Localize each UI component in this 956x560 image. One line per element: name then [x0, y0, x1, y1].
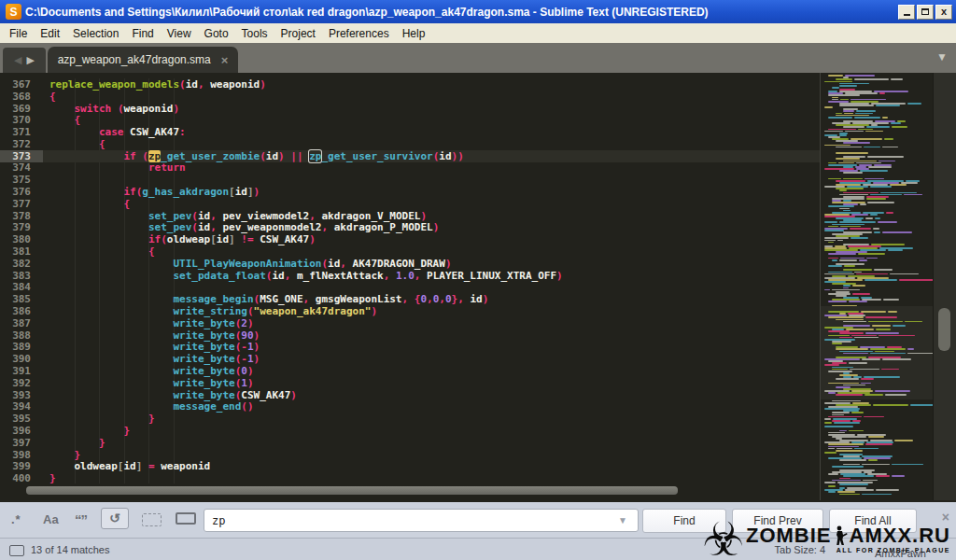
menu-item-edit[interactable]: Edit [34, 25, 66, 42]
code-text: } [43, 413, 155, 425]
code-line[interactable]: 390 write_byte(-1) [0, 353, 820, 365]
code-line[interactable]: 395 } [0, 413, 820, 425]
line-number: 381 [0, 245, 43, 258]
code-text: } [43, 472, 56, 484]
close-icon: x [941, 7, 947, 17]
find-input[interactable] [204, 509, 639, 532]
case-sensitive-toggle[interactable]: Aa [43, 512, 59, 526]
line-number: 393 [0, 389, 43, 401]
tab-close-icon[interactable]: × [221, 54, 229, 66]
restore-button[interactable] [917, 5, 934, 20]
tab-scroll-left-icon[interactable]: ◀ [14, 55, 21, 65]
code-line[interactable]: 369 switch (weaponid) [0, 103, 820, 115]
code-text: write_string("weapon_ak47dragon") [43, 305, 377, 317]
line-number: 376 [0, 186, 43, 198]
code-line[interactable]: 382 UTIL_PlayWeaponAnimation(id, AK47DRA… [0, 258, 820, 270]
in-selection-toggle[interactable] [142, 513, 162, 526]
highlight-matches-toggle[interactable] [176, 512, 196, 525]
menu-item-find[interactable]: Find [125, 25, 160, 42]
line-number: 399 [0, 460, 43, 472]
code-text: write_byte(90) [43, 329, 260, 342]
tab-overflow-icon[interactable]: ▼ [936, 51, 948, 63]
sublime-app-icon: S [6, 4, 21, 20]
code-text: if(oldweap[id] != CSW_AK47) [43, 233, 316, 245]
find-button[interactable]: Find [642, 509, 726, 533]
wrap-toggle[interactable]: ↺ [101, 508, 129, 529]
code-text: set_pev(id, pev_viewmodel2, akdragon_V_M… [43, 210, 427, 222]
line-number: 400 [0, 472, 43, 484]
code-line[interactable]: 387 write_byte(2) [0, 317, 820, 329]
line-number: 394 [0, 400, 43, 413]
horizontal-scrollbar[interactable] [0, 486, 683, 496]
code-line[interactable]: 386 write_string("weapon_ak47dragon") [0, 305, 820, 317]
code-line[interactable]: 373 if (zp_get_user_zombie(id) || zp_get… [0, 150, 820, 162]
find-prev-button[interactable]: Find Prev [732, 509, 823, 533]
code-text: { [43, 245, 155, 258]
menu-item-help[interactable]: Help [396, 25, 432, 42]
code-line[interactable]: 378 set_pev(id, pev_viewmodel2, akdragon… [0, 210, 820, 222]
find-panel-close-icon[interactable]: × [942, 511, 949, 524]
code-line[interactable]: 372 { [0, 138, 820, 150]
regex-toggle[interactable]: .* [11, 512, 21, 526]
code-line[interactable]: 384 [0, 282, 820, 294]
syntax-label[interactable]: AmxxPawn [875, 548, 926, 559]
whole-word-toggle[interactable]: “” [75, 511, 87, 527]
line-number: 392 [0, 377, 43, 389]
code-text: { [43, 114, 80, 126]
vertical-scrollbar-thumb[interactable] [938, 308, 950, 351]
code-line[interactable]: 392 write_byte(1) [0, 377, 820, 389]
menu-item-selection[interactable]: Selection [66, 25, 125, 42]
code-line[interactable]: 394 message_end() [0, 401, 820, 413]
code-line[interactable]: 389 write_byte(-1) [0, 342, 820, 354]
code-line[interactable]: 367replace_weapon_models(id, weaponid) [0, 78, 820, 91]
vertical-scrollbar[interactable] [933, 73, 956, 500]
code-line[interactable]: 393 write_byte(CSW_AK47) [0, 389, 820, 401]
code-line[interactable]: 368{ [0, 91, 820, 103]
code-line[interactable]: 400} [0, 472, 820, 484]
find-history-dropdown-icon[interactable]: ▼ [618, 515, 627, 525]
code-text: set_pev(id, pev_weaponmodel2, akdragon_P… [43, 221, 439, 233]
code-line[interactable]: 375 [0, 174, 820, 186]
menu-item-project[interactable]: Project [274, 25, 322, 42]
line-number: 368 [0, 91, 43, 103]
tab-active[interactable]: azp_weapon_ak47dragon.sma × [48, 47, 238, 73]
code-text: message_end() [43, 400, 254, 413]
line-number: 386 [0, 305, 43, 317]
code-text: { [43, 91, 56, 103]
code-line[interactable]: 388 write_byte(90) [0, 329, 820, 342]
code-line[interactable]: 399 oldweap[id] = weaponid [0, 461, 820, 473]
code-text: replace_weapon_models(id, weaponid) [43, 78, 266, 91]
code-text: } [43, 437, 105, 449]
code-line[interactable]: 385 message_begin(MSG_ONE, gmsgWeaponLis… [0, 293, 820, 305]
code-line[interactable]: 398 } [0, 449, 820, 461]
code-line[interactable]: 383 set_pdata_float(id, m_flNextAttack, … [0, 270, 820, 282]
line-number: 385 [0, 293, 43, 305]
menu-item-tools[interactable]: Tools [235, 25, 274, 42]
menu-item-goto[interactable]: Goto [198, 25, 235, 42]
tab-scroll-right-icon[interactable]: ▶ [27, 55, 35, 65]
code-line[interactable]: 380 if(oldweap[id] != CSW_AK47) [0, 233, 820, 245]
menu-item-view[interactable]: View [161, 25, 198, 42]
code-line[interactable]: 377 { [0, 198, 820, 210]
horizontal-scrollbar-thumb[interactable] [26, 486, 678, 495]
code-line[interactable]: 379 set_pev(id, pev_weaponmodel2, akdrag… [0, 222, 820, 234]
code-line[interactable]: 396 } [0, 425, 820, 437]
line-number: 398 [0, 449, 43, 461]
close-button[interactable]: x [935, 5, 952, 20]
code-line[interactable]: 376 if(g_has_akdragon[id]) [0, 186, 820, 198]
code-line[interactable]: 374 return [0, 162, 820, 175]
code-line[interactable]: 381 { [0, 245, 820, 258]
code-line[interactable]: 397 } [0, 437, 820, 449]
code-line[interactable]: 371 case CSW_AK47: [0, 126, 820, 138]
code-line[interactable]: 391 write_byte(0) [0, 365, 820, 377]
tab-size-label[interactable]: Tab Size: 4 [775, 544, 825, 555]
find-all-button[interactable]: Find All [829, 509, 917, 533]
minimap[interactable] [820, 73, 934, 500]
menu-item-file[interactable]: File [3, 25, 34, 42]
menu-item-preferences[interactable]: Preferences [322, 25, 396, 42]
tab-bar: ◀ ▶ azp_weapon_ak47dragon.sma × ▼ [0, 43, 956, 73]
code-area[interactable]: 367replace_weapon_models(id, weaponid)36… [0, 73, 820, 500]
minimize-button[interactable] [898, 5, 915, 20]
code-text: { [43, 138, 105, 150]
code-line[interactable]: 370 { [0, 114, 820, 126]
